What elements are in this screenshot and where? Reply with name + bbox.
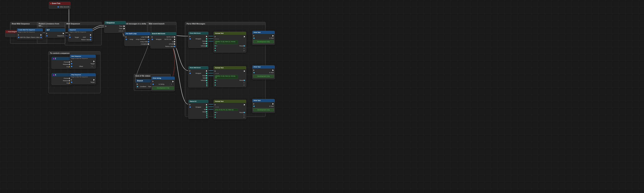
event-tick-header: ● Event Tick [49, 2, 70, 5]
ft1-2-pin [215, 50, 216, 51]
stop-seq-exec-in [71, 79, 72, 81]
start-seq-exec-out [94, 60, 95, 62]
ft3-format-lbl: Format [215, 106, 219, 108]
branch-other-label: OTHER [169, 43, 174, 45]
key-z-node[interactable]: ◆ Z Pressed Released Key [52, 57, 72, 69]
pme2-none: None [188, 74, 208, 77]
for-each-completed: Completed [124, 43, 150, 45]
f-seq-addpin-label[interactable]: Add pin + [118, 30, 125, 32]
create-midi-file-node[interactable]: Create Midi File Sequence Target is Midi… [17, 28, 43, 39]
pme1-none-label: None [202, 40, 206, 42]
comment-protect-gc-label: Protect a instance from GC... [37, 22, 65, 27]
stop-seq-exec-out [94, 79, 95, 81]
format-text2-title: Format Text [215, 67, 224, 68]
format-text1-node[interactable]: Format Text Format {ADDR}: Ch {0}, Note … [214, 32, 246, 52]
ft1-result-pin [244, 45, 245, 46]
pin-return-circle [40, 37, 42, 38]
pme2-exec-out [206, 70, 207, 72]
pt2-exec [252, 69, 275, 72]
pme2-2-pin [206, 85, 207, 86]
start-seq-exec [70, 60, 96, 62]
ft3-2-pin [215, 117, 216, 118]
pme2-wrapper: Wrapper [188, 72, 208, 74]
create-midi-file-title: Create Midi File Sequence [18, 29, 35, 30]
branch-midi-event-node[interactable]: Branch Midi Event NOTE OFF Wrapper NOTE … [150, 32, 176, 48]
start-sequence-node[interactable]: Start Sequence Target is Midi File Seque… [70, 55, 96, 68]
parse-midi-event1-title: Parse Midi Event [190, 32, 200, 34]
seq-esp-pin [90, 37, 91, 38]
pt3-in-pin [253, 106, 255, 107]
print-string-node[interactable]: Print String In String Gr Development On… [151, 76, 175, 91]
print-string-exec-out [172, 81, 174, 82]
pt1-in-label: In Text [269, 37, 274, 39]
pcc-no-pin [206, 109, 207, 110]
for-each-array-label: Array [130, 38, 133, 40]
branch-midi-header: Branch Midi Event [150, 32, 176, 35]
key-x-pressed: Pressed [52, 77, 72, 80]
branch-cc-label: CC [172, 41, 174, 42]
print-text2-node[interactable]: Print Text In Text Development Only [252, 65, 275, 79]
for-each-header: For Each Loop [124, 32, 150, 35]
pme2-vel-pin [206, 77, 207, 79]
pt3-exec [252, 103, 275, 105]
for-each-loop-node[interactable]: For Each Loop Loop Body Array Array Elem… [124, 32, 150, 46]
print-string-dev-badge: Development Only [152, 86, 174, 90]
parse-cc-node[interactable]: Parse CC Wrapper No Value [188, 100, 208, 119]
key-z-key-label: Key [66, 66, 69, 68]
pin-delta-label: Delta Seconds [60, 6, 70, 8]
format-text3-node[interactable]: Format Text Format {CC}: Ch {0}, No. {1}… [214, 100, 246, 119]
set-exec-out [63, 32, 64, 34]
ft3-result-label: Result [240, 112, 244, 113]
print-text2-header: Print Text [252, 66, 275, 68]
pt3-in-text: In Text [252, 105, 275, 108]
key-x-node[interactable]: ◆ X Pressed Released Key [52, 73, 72, 85]
pcc-exec-out [206, 104, 207, 106]
ft2-format-label: Format [214, 72, 246, 74]
stop-sequence-node[interactable]: Stop Sequence Target is Midi File Sequen… [70, 73, 96, 84]
branch-midi-exec-in [152, 36, 153, 38]
pcc-ch-pin [206, 106, 207, 108]
pme1-exec-out [206, 36, 207, 37]
print-text2-title: Print Text [254, 66, 260, 68]
print-text1-node[interactable]: Print Text In Text Development Only [252, 31, 275, 45]
key-z-released: Released [52, 63, 72, 66]
parse-midi-event1-node[interactable]: Parse Midi Event Wrapper None Note Veloc… [188, 32, 208, 48]
start-seq-exec-in [71, 60, 72, 62]
seq-return-label: Return Value [81, 39, 90, 40]
start-seq-title: Start Sequence [71, 56, 81, 57]
for-each-index-pin [148, 41, 149, 42]
start-seq-offset-val: 0.0 [90, 65, 94, 68]
parse-midi-event2-node[interactable]: Parse Midi Event Wrapper None Note Veloc… [188, 66, 208, 88]
ft1-exec [214, 36, 246, 38]
f-seq-addpin[interactable]: Add pin + [104, 30, 126, 32]
f-sequence-node[interactable]: f Sequence Then 0 Then 1 Add pin + [104, 21, 126, 33]
stop-seq-subtitle: Target is Midi File Sequence [70, 76, 96, 78]
branch-wrapper-label: Wrapper [156, 38, 162, 40]
parse-cc-header: Parse CC [188, 100, 208, 103]
event-tick-node[interactable]: ● Event Tick Delta Seconds [49, 2, 70, 9]
pcc-0 [188, 113, 208, 115]
midi-sequence-node[interactable]: Sequence Target is Midi File Sequence Ta… [68, 28, 92, 42]
set-node[interactable]: SET Sequence [45, 28, 65, 38]
pme2-note: Note [188, 77, 208, 79]
pcc-value: Value [188, 110, 208, 113]
ft3-format-val: {CC}: Ch {0}, No. {1}, Value {2} [214, 108, 238, 111]
ft2-exec [214, 70, 246, 72]
print-text3-node[interactable]: Print Text In Text Development Only [252, 99, 275, 113]
start-seq-header: Start Sequence [70, 55, 96, 58]
branch-other-arrow [174, 43, 175, 45]
ft1-format-label: Format [215, 38, 219, 40]
f-seq-exec: Then 0 [104, 25, 126, 28]
seq-exec-in [69, 34, 70, 36]
pme1-wrapper-label: Wrapper [196, 38, 201, 40]
pt2-in-label: In Text [269, 72, 274, 74]
format-text2-node[interactable]: Format Text Format {ADDR}: Ch {0}, Note … [214, 66, 246, 87]
key-z-pressed-label: Pressed [64, 61, 69, 63]
ft3-exec [214, 104, 246, 106]
set-header: SET [45, 28, 65, 32]
pt1-in-text: In Text [252, 37, 275, 39]
start-seq-target: Target [70, 62, 96, 65]
branch-cond-pin [137, 86, 138, 87]
ft1-2: 2 [214, 50, 246, 52]
pcc-value-pin [206, 111, 207, 112]
